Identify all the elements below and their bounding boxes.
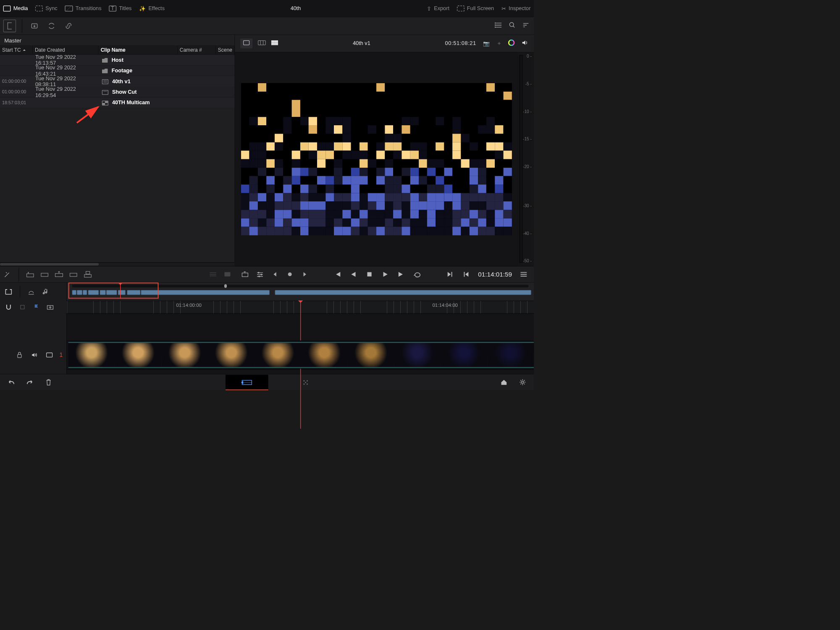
prev-clip-icon[interactable]: [462, 269, 471, 279]
music-trim-icon[interactable]: [41, 287, 50, 297]
menu-fullscreen[interactable]: Full Screen: [457, 5, 494, 12]
svg-point-53: [307, 380, 308, 382]
media-row[interactable]: Tue Nov 29 2022 16:43:21Footage: [0, 66, 235, 76]
video-enable-icon[interactable]: [45, 350, 54, 360]
viewer-mode-b[interactable]: [258, 40, 266, 47]
viewer-fx-icon[interactable]: ✦: [497, 40, 501, 47]
svg-rect-40: [367, 272, 371, 277]
prev-marker-icon[interactable]: [270, 269, 280, 279]
menu-media[interactable]: Media: [3, 5, 28, 12]
timeline-icon: [102, 79, 108, 84]
ripple-overwrite-icon[interactable]: [54, 269, 64, 279]
go-start-icon[interactable]: [333, 269, 342, 279]
place-on-top-icon[interactable]: [83, 269, 93, 279]
menu-effects[interactable]: ✨ Effects: [139, 5, 165, 11]
col-start-tc[interactable]: Start TC: [2, 47, 21, 53]
fast-review-icon[interactable]: [240, 269, 250, 279]
viewer-speaker-icon[interactable]: [522, 39, 529, 47]
svg-rect-32: [242, 273, 248, 277]
clip[interactable]: [68, 342, 534, 368]
marker-icon[interactable]: [18, 302, 27, 312]
menu-media-label: Media: [13, 5, 28, 12]
transport-bar: 01:14:01:59: [0, 266, 534, 282]
trim-mode-icon[interactable]: [4, 287, 13, 297]
lock-icon[interactable]: [15, 350, 24, 360]
add-marker-icon[interactable]: [45, 302, 55, 312]
svg-point-36: [258, 272, 260, 274]
video-track-1: 1: [0, 340, 534, 370]
next-marker-icon[interactable]: [300, 269, 310, 279]
media-row[interactable]: 01:00:00:00Tue Nov 29 2022 16:29:54Show …: [0, 87, 235, 98]
play-icon[interactable]: [381, 269, 390, 279]
svg-rect-44: [21, 305, 24, 309]
home-icon[interactable]: [499, 377, 509, 387]
sync-clips-button[interactable]: [45, 19, 58, 32]
track-header[interactable]: 1: [0, 340, 67, 370]
viewer-mode-c[interactable]: [271, 40, 278, 47]
col-scene[interactable]: Scene: [216, 46, 235, 55]
page-edit[interactable]: [284, 374, 327, 390]
overview-scroll-track[interactable]: [72, 285, 529, 287]
track-body[interactable]: [67, 340, 534, 370]
svg-point-4: [495, 23, 495, 23]
edit-page-icon: [301, 378, 310, 386]
ruler-tc-a: 01:14:00:00: [176, 301, 201, 313]
viewer-colorwheel-icon[interactable]: [508, 40, 514, 47]
menu-export[interactable]: ⇪ Export: [427, 5, 449, 11]
viewer-body[interactable]: [235, 53, 518, 266]
media-row[interactable]: Tue Nov 29 2022 16:13:57Host: [0, 55, 235, 65]
undo-icon[interactable]: [6, 377, 16, 387]
overview-playhead[interactable]: [120, 285, 121, 298]
viewer-camera-icon[interactable]: 📷: [483, 40, 490, 47]
timeline-ruler[interactable]: 01:14:00:00 01:14:04:00: [67, 301, 534, 314]
insert-icon[interactable]: [40, 269, 50, 279]
close-up-icon[interactable]: [68, 269, 78, 279]
trash-icon[interactable]: [44, 377, 53, 387]
timeline-view-b[interactable]: [223, 269, 232, 279]
go-end-icon[interactable]: [396, 269, 406, 279]
bin-name[interactable]: Master: [0, 35, 235, 46]
media-hscroll[interactable]: [0, 262, 235, 266]
overview-scroll-thumb[interactable]: [224, 284, 227, 288]
media-table-header[interactable]: Start TC Date Created Clip Name Camera #…: [0, 46, 235, 55]
insert-above-icon[interactable]: [25, 269, 35, 279]
flag-icon[interactable]: [32, 302, 41, 312]
svg-rect-23: [41, 273, 48, 277]
next-clip-icon[interactable]: [445, 269, 454, 279]
menu-transitions[interactable]: Transitions: [65, 5, 101, 12]
media-row[interactable]: 18:57:03;0140TH Multicam: [0, 98, 235, 108]
viewer-mode-a[interactable]: [240, 39, 252, 49]
menu-sync[interactable]: Sync: [35, 5, 57, 12]
stop-icon[interactable]: [365, 269, 374, 279]
snap-icon[interactable]: [4, 302, 13, 312]
menu-fullscreen-label: Full Screen: [467, 5, 494, 12]
redo-icon[interactable]: [25, 377, 35, 387]
audio-trim-icon[interactable]: [26, 287, 36, 297]
sort-button[interactable]: [522, 22, 529, 29]
link-button[interactable]: [62, 19, 75, 32]
search-button[interactable]: [509, 21, 516, 30]
timeline-view-a[interactable]: [208, 269, 218, 279]
settings-sliders-icon[interactable]: [255, 269, 265, 279]
menu-titles[interactable]: T Titles: [109, 5, 131, 12]
col-clip-name[interactable]: Clip Name: [99, 46, 178, 55]
menu-inspector[interactable]: ✂ Inspector: [501, 5, 530, 11]
blade-tool-icon[interactable]: [3, 269, 12, 279]
play-reverse-icon[interactable]: [349, 269, 358, 279]
scroll-thumb[interactable]: [0, 263, 99, 266]
media-row[interactable]: 01:00:00:00Tue Nov 29 2022 08:38:1140th …: [0, 76, 235, 87]
col-date[interactable]: Date Created: [33, 46, 99, 55]
record-icon[interactable]: [285, 269, 295, 279]
page-cut[interactable]: [226, 374, 268, 390]
svg-point-21: [509, 40, 514, 45]
timeline-overview[interactable]: [67, 282, 534, 301]
project-settings-icon[interactable]: [518, 377, 528, 387]
list-view-button[interactable]: [495, 22, 502, 29]
media-pool: Master Start TC Date Created Clip Name C…: [0, 35, 235, 266]
import-button[interactable]: [28, 19, 41, 32]
col-camera[interactable]: Camera #: [178, 46, 216, 55]
loop-icon[interactable]: [412, 269, 422, 279]
mute-icon[interactable]: [29, 350, 39, 360]
bin-layout-button[interactable]: [3, 19, 16, 32]
burger-icon[interactable]: [519, 269, 528, 279]
